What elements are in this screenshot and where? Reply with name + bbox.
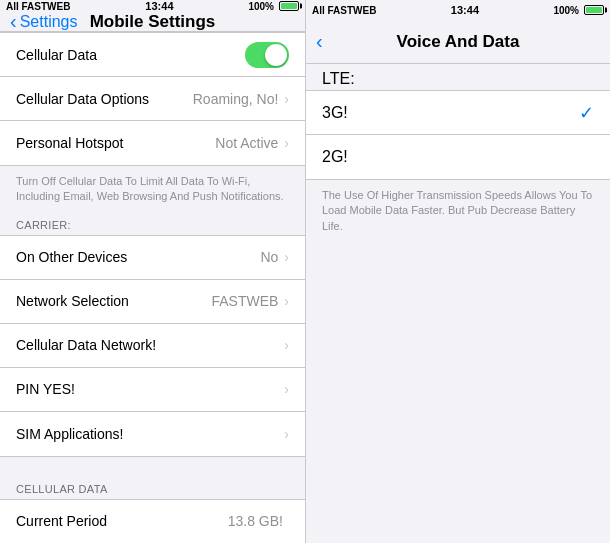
sim-applications-item[interactable]: SIM Applications! › [0, 412, 305, 456]
page-title-right: Voice And Data [397, 32, 520, 52]
cellular-data-group: Cellular Data Cellular Data Options Roam… [0, 32, 305, 166]
current-period-item: Current Period 13.8 GB! [0, 500, 305, 543]
voice-data-info-text: The Use Of Higher Transmission Speeds Al… [306, 180, 610, 242]
back-chevron-left: ‹ [10, 11, 17, 31]
battery-icon-right [584, 5, 604, 15]
cellular-data-network-chevron: › [284, 337, 289, 353]
personal-hotspot-value: Not Active [215, 135, 278, 151]
current-period-value: 13.8 GB! [228, 513, 283, 529]
cellular-data-label: Cellular Data [16, 47, 245, 63]
back-chevron-right: ‹ [316, 31, 323, 51]
cellular-data-options-label: Cellular Data Options [16, 91, 193, 107]
other-devices-item[interactable]: On Other Devices No › [0, 236, 305, 280]
other-devices-label: On Other Devices [16, 249, 260, 265]
network-selection-chevron: › [284, 293, 289, 309]
carrier-right: All FASTWEB [312, 5, 376, 16]
personal-hotspot-chevron: › [284, 135, 289, 151]
2g-label: 2G! [322, 148, 594, 166]
personal-hotspot-label: Personal Hotspot [16, 135, 215, 151]
network-selection-item[interactable]: Network Selection FASTWEB › [0, 280, 305, 324]
network-selection-label: Network Selection [16, 293, 211, 309]
status-bar-right: All FASTWEB 13:44 100% [306, 0, 610, 20]
2g-item[interactable]: 2G! [306, 135, 610, 179]
carrier-group: On Other Devices No › Network Selection … [0, 235, 305, 457]
battery-percent-left: 100% [248, 1, 274, 12]
back-button-left[interactable]: ‹ Settings [10, 12, 77, 31]
time-right: 13:44 [451, 4, 479, 16]
back-label-left: Settings [20, 13, 78, 31]
cellular-data-stats-group: Current Period 13.8 GB! Roaming Current … [0, 499, 305, 543]
left-panel: All FASTWEB 13:44 100% ‹ Settings Mobile… [0, 0, 305, 543]
sim-applications-chevron: › [284, 426, 289, 442]
voice-data-group: 3G! ✓ 2G! [306, 90, 610, 180]
3g-checkmark: ✓ [579, 102, 594, 124]
3g-item[interactable]: 3G! ✓ [306, 91, 610, 135]
pin-yes-item[interactable]: PIN YES! › [0, 368, 305, 412]
pin-yes-label: PIN YES! [16, 381, 284, 397]
other-devices-value: No [260, 249, 278, 265]
lte-section-label: LTE: [306, 64, 610, 90]
cellular-info-text: Turn Off Cellular Data To Limit All Data… [0, 166, 305, 213]
cellular-data-toggle[interactable] [245, 42, 289, 68]
right-panel: All FASTWEB 13:44 100% ‹ Voice And Data … [305, 0, 610, 543]
carrier-section-header: CARRIER: [0, 213, 305, 235]
status-icons-right: 100% [553, 5, 604, 16]
cellular-data-options-value: Roaming, No! [193, 91, 279, 107]
cellular-data-options-chevron: › [284, 91, 289, 107]
nav-bar-right: ‹ Voice And Data [306, 20, 610, 64]
cellular-data-section-header: CELLULAR DATA [0, 477, 305, 499]
page-title-left: Mobile Settings [90, 12, 216, 32]
pin-yes-chevron: › [284, 381, 289, 397]
nav-bar-left: ‹ Settings Mobile Settings [0, 12, 305, 32]
3g-label: 3G! [322, 104, 579, 122]
status-bar-left: All FASTWEB 13:44 100% [0, 0, 305, 12]
battery-icon-left [279, 1, 299, 11]
network-selection-value: FASTWEB [211, 293, 278, 309]
sim-applications-label: SIM Applications! [16, 426, 284, 442]
time-left: 13:44 [145, 0, 173, 12]
cellular-data-options-item[interactable]: Cellular Data Options Roaming, No! › [0, 77, 305, 121]
cellular-data-network-item[interactable]: Cellular Data Network! › [0, 324, 305, 368]
cellular-data-item[interactable]: Cellular Data [0, 33, 305, 77]
status-icons-left: 100% [248, 1, 299, 12]
other-devices-chevron: › [284, 249, 289, 265]
personal-hotspot-item[interactable]: Personal Hotspot Not Active › [0, 121, 305, 165]
cellular-data-network-label: Cellular Data Network! [16, 337, 284, 353]
battery-percent-right: 100% [553, 5, 579, 16]
current-period-label: Current Period [16, 513, 228, 529]
back-button-right[interactable]: ‹ [316, 32, 323, 51]
